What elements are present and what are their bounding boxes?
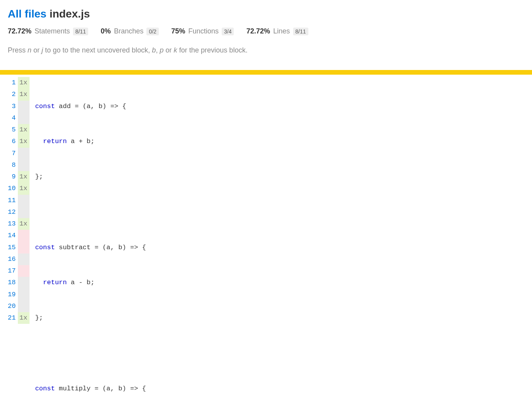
hit-count: 1x [18, 171, 30, 183]
hit-count [18, 101, 30, 112]
hit-count [18, 148, 30, 159]
code-viewer: 123456789101112131415161718192021 1x1x 1… [0, 75, 532, 416]
stat-lines-pct: 72.72% [246, 27, 270, 35]
line-number: 19 [8, 289, 16, 301]
source-code: const add = (a, b) => { return a + b; };… [30, 77, 237, 416]
stat-branches-label: Branches [114, 27, 143, 35]
line-number: 20 [8, 301, 16, 312]
line-number: 5 [8, 124, 16, 136]
stat-functions-pct: 75% [171, 27, 185, 35]
hit-count [18, 253, 30, 265]
line-number: 11 [8, 195, 16, 206]
line-number: 14 [8, 230, 16, 241]
stat-functions: 75% Functions 3/4 [171, 27, 234, 35]
hit-count [18, 206, 30, 218]
hit-count: 1x [18, 183, 30, 194]
line-number: 16 [8, 253, 16, 265]
hit-count [18, 230, 30, 241]
line-number: 7 [8, 148, 16, 159]
line-number: 1 [8, 77, 16, 89]
hit-count: 1x [18, 312, 30, 324]
line-number: 2 [8, 89, 16, 100]
hit-count [18, 112, 30, 124]
line-number: 13 [8, 218, 16, 230]
code-line [35, 348, 237, 359]
hit-count: 1x [18, 218, 30, 230]
hit-count [18, 289, 30, 301]
stat-lines-frac: 8/11 [293, 28, 308, 35]
hit-count [18, 159, 30, 171]
keyboard-hint: Press n or j to go to the next uncovered… [8, 46, 524, 54]
hit-count: 1x [18, 124, 30, 136]
page-title: All files index.js [8, 8, 524, 20]
code-line: const subtract = (a, b) => { [35, 242, 237, 253]
stat-statements-frac: 8/11 [73, 28, 88, 35]
stat-functions-frac: 3/4 [222, 28, 234, 35]
line-number: 10 [8, 183, 16, 194]
code-line: const add = (a, b) => { [35, 101, 237, 112]
breadcrumb-filename: index.js [49, 8, 90, 20]
code-line [35, 206, 237, 218]
coverage-bar [0, 70, 532, 75]
stat-statements-pct: 72.72% [8, 27, 31, 35]
line-number: 4 [8, 112, 16, 124]
code-line: }; [35, 171, 237, 183]
hit-count [18, 301, 30, 312]
code-line: return a + b; [35, 136, 237, 147]
line-number-gutter: 123456789101112131415161718192021 [8, 77, 18, 416]
line-number: 3 [8, 101, 16, 112]
stat-branches-frac: 0/2 [146, 28, 158, 35]
hit-count [18, 265, 30, 277]
hit-count [18, 242, 30, 253]
line-number: 17 [8, 265, 16, 277]
code-line: }; [35, 312, 237, 324]
hit-count: 1x [18, 89, 30, 100]
hit-count [18, 277, 30, 288]
line-number: 18 [8, 277, 16, 288]
hit-count: 1x [18, 136, 30, 147]
line-number: 15 [8, 242, 16, 253]
stat-statements-label: Statements [35, 27, 70, 35]
stat-lines: 72.72% Lines 8/11 [246, 27, 308, 35]
stat-statements: 72.72% Statements 8/11 [8, 27, 88, 35]
line-number: 8 [8, 159, 16, 171]
code-line: const multiply = (a, b) => { [35, 383, 237, 395]
line-number: 6 [8, 136, 16, 147]
stat-functions-label: Functions [188, 27, 219, 35]
code-line: return a - b; [35, 277, 237, 288]
stat-lines-label: Lines [273, 27, 290, 35]
hit-count: 1x [18, 77, 30, 89]
line-number: 21 [8, 312, 16, 324]
stat-branches-pct: 0% [101, 27, 111, 35]
breadcrumb-root-link[interactable]: All files [8, 8, 47, 20]
line-number: 12 [8, 206, 16, 218]
line-number: 9 [8, 171, 16, 183]
coverage-stats: 72.72% Statements 8/11 0% Branches 0/2 7… [8, 27, 524, 35]
stat-branches: 0% Branches 0/2 [101, 27, 159, 35]
hit-count [18, 195, 30, 206]
hit-count-gutter: 1x1x 1x1x 1x1x 1x 1x [18, 77, 30, 416]
